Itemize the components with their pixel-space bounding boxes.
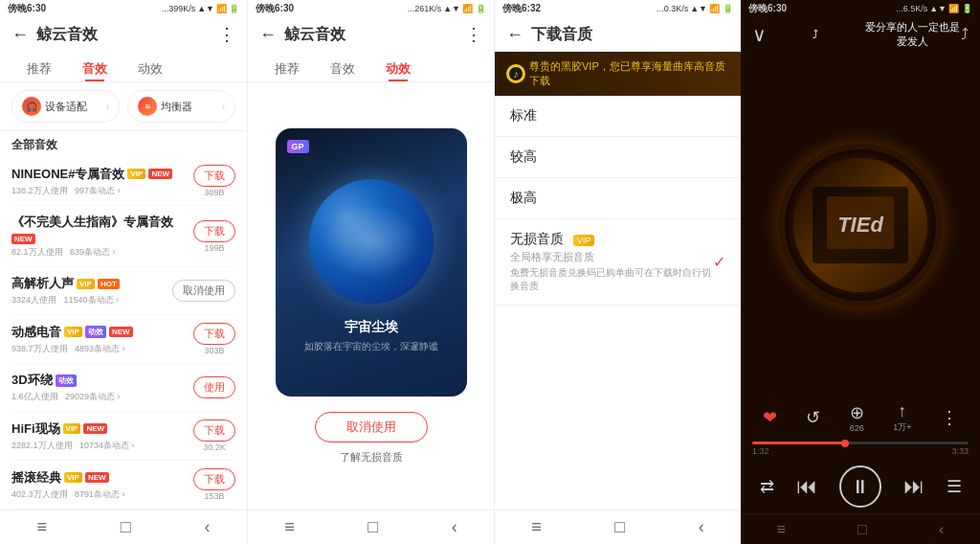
effect-item-hifi: HiFi现场 VIP NEW 2282.1万人使用 10734条动态 › 下载 … bbox=[11, 412, 235, 461]
panel2-content: GP 宇宙尘埃 如胶落在宇宙的尘埃，深邃静谧 取消使用 了解无损音质 bbox=[248, 82, 494, 510]
like-button[interactable]: ❤ bbox=[763, 407, 777, 428]
lossless-note: 免费无损音质兑换码已购单曲可在下载时自行切换音质 bbox=[510, 266, 713, 293]
player-controls: ⇄ ⏮ ⏸ ⏭ ☰ bbox=[741, 460, 980, 513]
hot-badge: HOT bbox=[98, 279, 120, 289]
effect-item-dynamic: 动感电音 VIP 动效 NEW 938.7万人使用 4893条动态 › 下载 3… bbox=[11, 315, 235, 364]
tab-recommend-1[interactable]: 推荐 bbox=[15, 57, 63, 81]
vip-banner: ♪ 尊贵的黑胶VIP，您已尊享海量曲库高音质下载 bbox=[495, 52, 741, 96]
use-btn-3d[interactable]: 使用 bbox=[193, 376, 235, 398]
download-btn-nineone[interactable]: 下载 bbox=[193, 165, 235, 187]
status-bar-2: 傍晚6:30 ...261K/s ▲▼ 📶 🔋 bbox=[248, 0, 494, 17]
home-icon-4[interactable]: □ bbox=[858, 521, 867, 538]
progress-times: 1:32 3:33 bbox=[752, 446, 969, 456]
quality-lossless[interactable]: 无损音质 VIP 全局格享无损音质 免费无损音质兑换码已购单曲可在下载时自行切换… bbox=[495, 219, 741, 306]
panel-dynamic-effects: 傍晚6:30 ...261K/s ▲▼ 📶 🔋 ← 鲸云音效 ⋮ 推荐 音效 动… bbox=[247, 0, 494, 544]
new-badge-7: NEW bbox=[85, 472, 109, 483]
download-btn-rock[interactable]: 下载 bbox=[193, 468, 235, 490]
tab-effects-1[interactable]: 音效 bbox=[71, 57, 119, 81]
quality-standard[interactable]: 标准 bbox=[495, 96, 741, 137]
home-icon-3[interactable]: □ bbox=[614, 517, 625, 537]
play-pause-button[interactable]: ⏸ bbox=[839, 465, 881, 508]
back-button-2[interactable]: ← bbox=[259, 25, 277, 45]
page-title-1: 鲸云音效 bbox=[36, 25, 218, 45]
equalizer-icon: ≋ bbox=[138, 97, 157, 116]
learn-more-link[interactable]: 了解无损音质 bbox=[340, 450, 403, 465]
more-button-1[interactable]: ⋮ bbox=[218, 24, 235, 45]
add-count: 626 bbox=[850, 423, 864, 433]
effect-item-nineone: NINEONE#专属音效 VIP NEW 138.2万人使用 997条动态 › … bbox=[11, 157, 235, 206]
card-badge: GP bbox=[287, 140, 309, 153]
cancel-use-btn-hires[interactable]: 取消使用 bbox=[172, 280, 235, 302]
home-icon-1[interactable]: □ bbox=[121, 517, 131, 537]
back-button-1[interactable]: ← bbox=[11, 25, 29, 45]
tab-effects-2[interactable]: 音效 bbox=[319, 57, 367, 81]
tab-dynamic-2[interactable]: 动效 bbox=[374, 57, 422, 81]
tab-recommend-2[interactable]: 推荐 bbox=[263, 57, 311, 81]
bottom-nav-4: ≡ □ ‹ bbox=[741, 513, 980, 544]
status-time-3: 傍晚6:32 bbox=[502, 2, 541, 15]
back-button-3[interactable]: ← bbox=[506, 25, 523, 45]
lossless-vip-badge: VIP bbox=[573, 235, 595, 246]
quality-very-high[interactable]: 极高 bbox=[495, 178, 741, 219]
vip-badge-3: VIP bbox=[77, 279, 95, 289]
progress-dot bbox=[841, 440, 849, 447]
playlist-button[interactable]: ☰ bbox=[947, 476, 962, 497]
animation-badge: 动效 bbox=[85, 326, 106, 338]
album-art: TIEd bbox=[779, 144, 942, 306]
album-text: TIEd bbox=[837, 213, 883, 238]
new-badge-6: NEW bbox=[83, 423, 107, 434]
share-action-button[interactable]: ↑ 1万+ bbox=[893, 401, 911, 434]
effect-item-guide: 《不完美人生指南》专属音效 NEW 82.1万人使用 639条动态 › 下载 1… bbox=[11, 206, 235, 267]
vip-badge: VIP bbox=[127, 169, 145, 179]
download-btn-dynamic[interactable]: 下载 bbox=[193, 323, 235, 345]
page-title-3: 下载音质 bbox=[531, 25, 729, 45]
menu-icon-3[interactable]: ≡ bbox=[531, 517, 542, 537]
tab-dynamic-1[interactable]: 动效 bbox=[126, 57, 174, 81]
prev-button[interactable]: ⏮ bbox=[796, 474, 817, 499]
player-back-button[interactable]: ∨ bbox=[752, 23, 767, 46]
cancel-use-button[interactable]: 取消使用 bbox=[315, 412, 428, 442]
menu-icon-2[interactable]: ≡ bbox=[284, 517, 295, 537]
player-actions: ❤ ↺ ⊕ 626 ↑ 1万+ ⋮ bbox=[741, 397, 980, 438]
status-time-4: 傍晚6:30 bbox=[748, 2, 787, 15]
menu-icon-4[interactable]: ≡ bbox=[777, 521, 786, 538]
share-button[interactable]: ⤴ bbox=[961, 26, 969, 43]
shuffle-button[interactable]: ⇄ bbox=[760, 476, 774, 497]
status-icons-3: ...0.3K/s ▲▼ 📶 🔋 bbox=[657, 4, 733, 13]
status-bar-1: 傍晚6:30 ...399K/s ▲▼ 📶 🔋 bbox=[0, 0, 247, 17]
download-btn-guide[interactable]: 下载 bbox=[193, 220, 235, 242]
bottom-nav-1: ≡ □ ‹ bbox=[0, 510, 247, 544]
tab-bar-1: 推荐 音效 动效 bbox=[0, 52, 247, 82]
nav-bar-1: ← 鲸云音效 ⋮ bbox=[0, 17, 247, 52]
back-nav-icon-2[interactable]: ‹ bbox=[452, 517, 457, 537]
back-nav-icon-4[interactable]: ‹ bbox=[939, 521, 944, 538]
share-count: 1万+ bbox=[893, 421, 911, 434]
quality-high[interactable]: 较高 bbox=[495, 137, 741, 178]
equalizer-button[interactable]: ≋ 均衡器 › bbox=[127, 90, 235, 123]
vip-badge-7: VIP bbox=[64, 472, 82, 483]
current-time: 1:32 bbox=[752, 446, 769, 456]
new-badge: NEW bbox=[148, 169, 172, 179]
status-time-2: 傍晚6:30 bbox=[256, 2, 294, 15]
song-title: ⤴ bbox=[767, 28, 864, 41]
bottom-nav-2: ≡ □ ‹ bbox=[248, 510, 494, 544]
status-icons-2: ...261K/s ▲▼ 📶 🔋 bbox=[408, 4, 486, 13]
download-btn-hifi[interactable]: 下载 bbox=[193, 419, 235, 442]
back-nav-icon-1[interactable]: ‹ bbox=[205, 517, 211, 537]
next-button[interactable]: ⏭ bbox=[903, 474, 924, 499]
more-button-2[interactable]: ⋮ bbox=[465, 24, 482, 45]
album-art-container: TIEd bbox=[741, 52, 980, 397]
device-icon: 🎧 bbox=[22, 97, 41, 116]
effect-item-rock: 摇滚经典 VIP NEW 402.3万人使用 8791条动态 › 下载 153B bbox=[11, 461, 235, 510]
tab-bar-2: 推荐 音效 动效 bbox=[248, 52, 494, 82]
add-to-playlist-button[interactable]: ⊕ 626 bbox=[850, 402, 864, 433]
progress-bar[interactable] bbox=[752, 442, 969, 444]
menu-icon-1[interactable]: ≡ bbox=[36, 517, 47, 537]
home-icon-2[interactable]: □ bbox=[368, 517, 378, 537]
arrow-icon: › bbox=[106, 102, 109, 112]
more-action-button[interactable]: ⋮ bbox=[941, 407, 958, 428]
back-nav-icon-3[interactable]: ‹ bbox=[699, 517, 704, 537]
quality-desc: 全局格享无损音质 bbox=[510, 250, 713, 264]
loop-button[interactable]: ↺ bbox=[806, 407, 820, 428]
device-adapt-button[interactable]: 🎧 设备适配 › bbox=[11, 90, 120, 123]
